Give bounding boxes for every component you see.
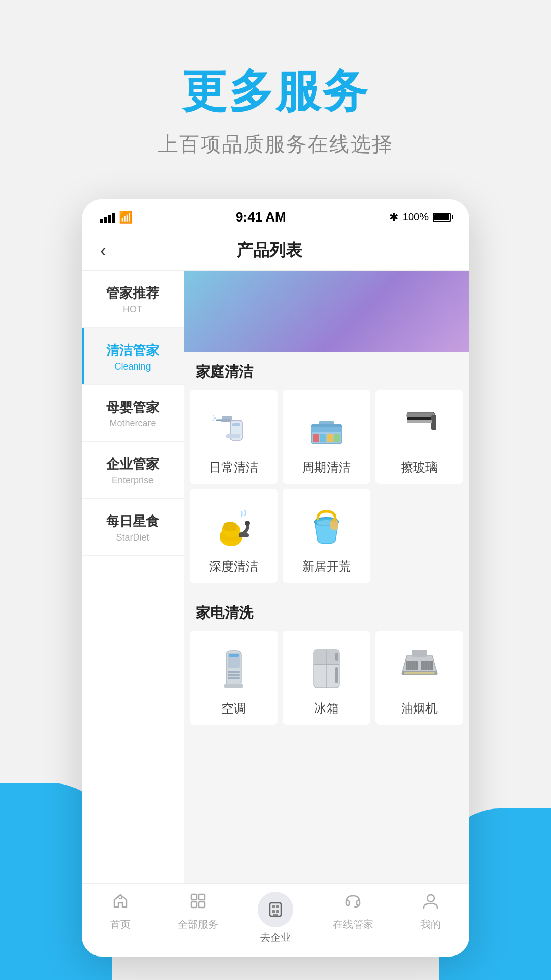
signal-bar-4 <box>112 213 115 223</box>
svg-rect-21 <box>407 420 432 423</box>
squeegee-icon <box>396 405 442 451</box>
nav-label-all-services: 全部服务 <box>178 918 218 932</box>
status-right: ✱ 100% <box>389 211 451 224</box>
content-spacer <box>184 735 469 766</box>
battery-icon <box>433 213 451 222</box>
signal-bar-3 <box>108 215 111 223</box>
service-item-periodic-clean[interactable]: 周期清洁 <box>283 390 370 484</box>
service-item-new-home[interactable]: 新居开荒 <box>283 489 370 583</box>
svg-point-7 <box>213 415 214 416</box>
service-grid-1: 空调 <box>184 629 469 735</box>
sidebar-item-stardiet[interactable]: 每日星食 StarDiet <box>82 499 184 556</box>
svg-rect-70 <box>276 910 279 913</box>
hero-subtitle: 上百项品质服务在线选择 <box>158 130 393 158</box>
bucket-icon <box>304 504 349 550</box>
service-item-ac[interactable]: 空调 <box>190 631 278 725</box>
nav-bar: ‹ 产品列表 <box>82 231 469 271</box>
battery-percent: 100% <box>403 211 429 223</box>
svg-rect-15 <box>327 434 333 442</box>
nav-item-mine[interactable]: 我的 <box>392 892 469 944</box>
hero-title: 更多服务 <box>158 61 393 122</box>
sidebar-item-sub-1: Cleaning <box>90 361 176 372</box>
svg-point-6 <box>213 420 214 421</box>
nav-label-mine: 我的 <box>420 918 441 932</box>
svg-rect-27 <box>239 533 249 537</box>
svg-rect-68 <box>276 905 279 908</box>
home-icon <box>111 892 130 915</box>
svg-rect-32 <box>332 518 336 522</box>
service-grid-0: 日常清洁 <box>184 388 469 593</box>
signal-bar-2 <box>104 217 107 223</box>
signal-bars <box>100 212 115 223</box>
svg-rect-38 <box>228 677 240 679</box>
nav-item-enterprise[interactable]: 去企业 <box>237 892 314 944</box>
nav-label-enterprise: 去企业 <box>260 930 291 944</box>
service-label-periodic-clean: 周期清洁 <box>302 459 351 476</box>
service-label-deep-clean: 深度清洁 <box>209 558 258 575</box>
sidebar-item-main-0: 管家推荐 <box>90 285 176 302</box>
status-time: 9:41 AM <box>236 209 286 225</box>
svg-point-75 <box>427 895 434 902</box>
app-content: 管家推荐 HOT 清洁管家 Cleaning 母婴管家 Mothercare 企… <box>82 271 469 883</box>
svg-point-26 <box>245 521 250 526</box>
service-label-ac: 空调 <box>221 700 246 717</box>
svg-rect-65 <box>199 902 205 908</box>
refrigerator-icon <box>304 646 349 692</box>
svg-rect-69 <box>272 910 275 913</box>
sidebar-item-guanjia[interactable]: 管家推荐 HOT <box>82 271 184 328</box>
battery-fill <box>434 214 449 220</box>
svg-rect-39 <box>224 684 243 688</box>
spray-icon <box>211 405 257 451</box>
svg-rect-62 <box>191 894 197 900</box>
svg-rect-3 <box>221 419 230 422</box>
sidebar-item-enterprise[interactable]: 企业管家 Enterprise <box>82 442 184 499</box>
svg-rect-13 <box>313 434 319 442</box>
sidebar-item-main-4: 每日星食 <box>90 513 176 530</box>
svg-rect-37 <box>228 674 240 676</box>
squeegee-icon-area <box>394 402 445 453</box>
svg-rect-47 <box>412 650 427 657</box>
svg-rect-9 <box>226 434 240 438</box>
headset-icon <box>344 892 362 915</box>
svg-rect-16 <box>334 434 340 442</box>
svg-rect-1 <box>232 423 240 426</box>
back-button[interactable]: ‹ <box>100 240 106 261</box>
service-item-daily-clean[interactable]: 日常清洁 <box>190 390 278 484</box>
nav-item-home[interactable]: 首页 <box>82 892 159 944</box>
steam-cleaner-icon <box>211 504 257 550</box>
status-bar: 📶 9:41 AM ✱ 100% <box>82 199 469 231</box>
section-title-1: 家电清洗 <box>184 593 469 629</box>
toolbox-icon <box>304 405 349 451</box>
section-title-0: 家庭清洁 <box>184 352 469 388</box>
signal-area: 📶 <box>100 211 133 224</box>
svg-rect-63 <box>199 894 205 900</box>
svg-rect-71 <box>273 914 278 916</box>
service-item-fridge[interactable]: 冰箱 <box>283 631 370 725</box>
sidebar: 管家推荐 HOT 清洁管家 Cleaning 母婴管家 Mothercare 企… <box>82 271 184 883</box>
service-label-window-clean: 擦玻璃 <box>401 459 438 476</box>
service-item-deep-clean[interactable]: 深度清洁 <box>190 489 278 583</box>
svg-rect-36 <box>228 671 240 673</box>
sidebar-item-mothercare[interactable]: 母婴管家 Mothercare <box>82 385 184 442</box>
main-panel: 家庭清洁 <box>184 271 469 883</box>
sidebar-item-main-3: 企业管家 <box>90 456 176 473</box>
nav-item-online-manager[interactable]: 在线管家 <box>314 892 392 944</box>
phone-mockup: 📶 9:41 AM ✱ 100% ‹ 产品列表 管家推荐 HOT <box>82 199 469 957</box>
service-item-window-clean[interactable]: 擦玻璃 <box>375 390 463 484</box>
sidebar-item-main-2: 母婴管家 <box>90 399 176 416</box>
sidebar-item-cleaning[interactable]: 清洁管家 Cleaning <box>82 328 184 385</box>
enterprise-center-button[interactable] <box>258 892 293 927</box>
svg-rect-67 <box>272 905 275 908</box>
svg-rect-17 <box>311 424 342 427</box>
svg-rect-35 <box>229 654 239 657</box>
spray-icon-area <box>208 402 259 453</box>
svg-rect-72 <box>346 900 349 905</box>
svg-point-74 <box>354 906 356 908</box>
sidebar-item-sub-0: HOT <box>90 304 176 315</box>
signal-bar-1 <box>100 219 103 223</box>
wifi-icon: 📶 <box>119 211 133 224</box>
nav-item-all-services[interactable]: 全部服务 <box>159 892 237 944</box>
service-item-hood[interactable]: 油烟机 <box>375 631 463 725</box>
svg-rect-19 <box>407 417 435 420</box>
sidebar-item-sub-2: Mothercare <box>90 418 176 429</box>
